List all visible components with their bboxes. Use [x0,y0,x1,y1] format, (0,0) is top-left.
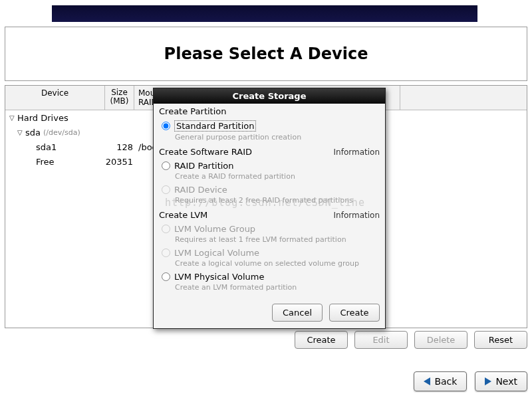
info-link-raid[interactable]: Information [334,148,380,157]
option-desc: Requires at least 2 free RAID formated p… [175,196,380,205]
radio-lvm-pv[interactable] [162,272,170,281]
row-label: sda1 [36,142,57,152]
edit-button: Edit [354,331,408,349]
arrow-right-icon [485,377,491,385]
option-standard-partition[interactable]: Standard Partition [162,120,380,132]
back-button[interactable]: Back [414,371,467,391]
radio-standard-partition[interactable] [162,122,170,130]
section-raid: Create Software RAID [159,147,252,157]
option-lvm-pv[interactable]: LVM Physical Volume [162,272,380,282]
option-desc: General purpose partition creation [175,133,380,142]
option-desc: Requires at least 1 free LVM formated pa… [175,235,380,244]
section-partition: Create Partition [159,106,227,116]
top-banner [52,5,477,22]
action-bar: Create Edit Delete Reset [5,331,527,349]
title-panel: Please Select A Device [5,27,527,81]
option-label: LVM Physical Volume [174,272,264,282]
reset-button[interactable]: Reset [474,331,527,349]
option-label: LVM Volume Group [174,224,255,234]
option-label: RAID Device [174,185,227,195]
radio-lvm-lv [162,249,170,257]
option-raid-device: RAID Device [162,185,380,195]
col-device[interactable]: Device [5,86,105,110]
dialog-body: Create Partition Standard Partition Gene… [154,104,385,297]
dialog-title: Create Storage [154,88,385,104]
page-title: Please Select A Device [164,45,368,63]
section-lvm: Create LVM [159,210,207,220]
info-link-lvm[interactable]: Information [334,211,380,220]
row-size: 20351 [105,157,134,167]
radio-raid-device [162,185,170,194]
option-label: Standard Partition [174,120,256,132]
radio-raid-partition[interactable] [162,161,170,170]
option-label: LVM Logical Volume [174,248,259,258]
option-lvm-vg: LVM Volume Group [162,224,380,234]
chevron-down-icon[interactable]: ▽ [17,129,24,136]
col-size[interactable]: Size (MB) [105,86,134,110]
option-label: RAID Partition [174,161,234,171]
arrow-left-icon [424,377,430,385]
device-path: (/dev/sda) [43,128,80,137]
row-label: Hard Drives [17,113,68,123]
next-label: Next [495,376,517,387]
delete-button: Delete [414,331,467,349]
option-desc: Create a RAID formated partition [175,172,380,181]
option-raid-partition[interactable]: RAID Partition [162,161,380,171]
create-button[interactable]: Create [295,331,348,349]
row-label: Free [36,157,55,167]
nav-bar: Back Next [5,371,527,391]
radio-lvm-vg [162,225,170,233]
cancel-button[interactable]: Cancel [272,304,323,322]
option-desc: Create an LVM formated partition [175,283,380,292]
option-desc: Create a logical volume on selected volu… [175,259,380,268]
back-label: Back [434,376,457,387]
next-button[interactable]: Next [475,371,527,391]
row-label: sda [25,128,41,138]
option-lvm-lv: LVM Logical Volume [162,248,380,258]
chevron-down-icon[interactable]: ▽ [9,114,16,122]
dialog-buttons: Cancel Create [154,297,385,328]
dialog-create-button[interactable]: Create [329,304,380,322]
create-storage-dialog: Create Storage Create Partition Standard… [153,88,386,329]
row-size: 128 [105,142,134,152]
